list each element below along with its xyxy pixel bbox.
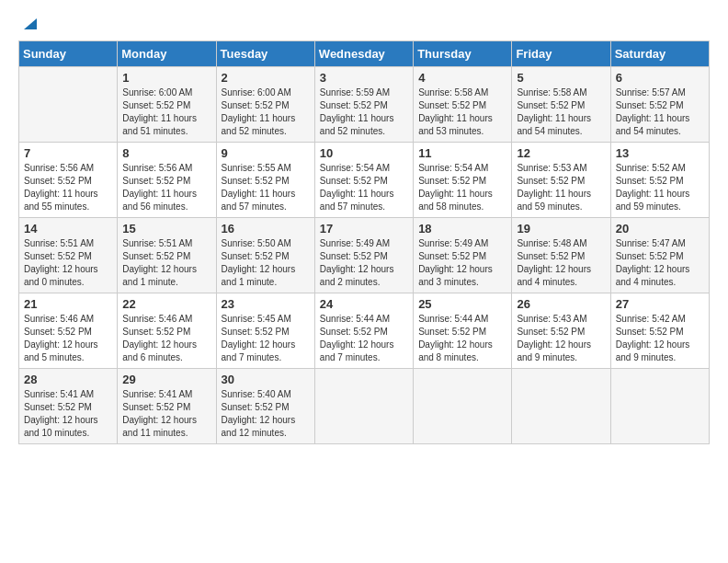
day-number: 24: [320, 297, 408, 311]
day-number: 28: [24, 373, 112, 386]
day-number: 30: [222, 373, 310, 386]
day-info: Sunrise: 5:41 AMSunset: 5:52 PMDaylight:…: [24, 388, 112, 440]
day-info: Sunrise: 5:52 AMSunset: 5:52 PMDaylight:…: [616, 162, 704, 213]
day-info: Sunrise: 6:00 AMSunset: 5:52 PMDaylight:…: [122, 86, 210, 138]
day-number: 27: [616, 297, 704, 311]
calendar-cell: 26Sunrise: 5:43 AMSunset: 5:52 PMDayligh…: [512, 293, 610, 369]
day-info: Sunrise: 5:49 AMSunset: 5:52 PMDaylight:…: [320, 237, 408, 289]
calendar-cell: 11Sunrise: 5:54 AMSunset: 5:52 PMDayligh…: [414, 143, 512, 218]
calendar-cell: 30Sunrise: 5:40 AMSunset: 5:52 PMDayligh…: [216, 369, 314, 444]
day-number: 21: [24, 297, 112, 311]
day-number: 20: [616, 222, 704, 236]
page-header: [18, 18, 710, 31]
calendar-body: 1Sunrise: 6:00 AMSunset: 5:52 PMDaylight…: [19, 67, 710, 444]
calendar-cell: 10Sunrise: 5:54 AMSunset: 5:52 PMDayligh…: [314, 143, 413, 218]
day-info: Sunrise: 5:43 AMSunset: 5:52 PMDaylight:…: [517, 313, 605, 364]
calendar-cell: 28Sunrise: 5:41 AMSunset: 5:52 PMDayligh…: [19, 369, 118, 444]
weekday-header-wednesday: Wednesday: [314, 41, 413, 67]
calendar-cell: 16Sunrise: 5:50 AMSunset: 5:52 PMDayligh…: [216, 218, 314, 293]
calendar-cell: 14Sunrise: 5:51 AMSunset: 5:52 PMDayligh…: [19, 218, 118, 293]
day-info: Sunrise: 5:58 AMSunset: 5:52 PMDaylight:…: [517, 86, 605, 138]
day-info: Sunrise: 5:46 AMSunset: 5:52 PMDaylight:…: [122, 313, 210, 364]
day-number: 8: [122, 146, 210, 160]
day-info: Sunrise: 5:44 AMSunset: 5:52 PMDaylight:…: [320, 313, 408, 364]
day-info: Sunrise: 5:56 AMSunset: 5:52 PMDaylight:…: [24, 162, 112, 213]
day-info: Sunrise: 5:59 AMSunset: 5:52 PMDaylight:…: [320, 86, 408, 138]
day-info: Sunrise: 6:00 AMSunset: 5:52 PMDaylight:…: [222, 86, 310, 138]
day-info: Sunrise: 5:42 AMSunset: 5:52 PMDaylight:…: [616, 313, 704, 364]
calendar-cell: 2Sunrise: 6:00 AMSunset: 5:52 PMDaylight…: [216, 67, 314, 143]
calendar-cell: 15Sunrise: 5:51 AMSunset: 5:52 PMDayligh…: [118, 218, 216, 293]
calendar-cell: 21Sunrise: 5:46 AMSunset: 5:52 PMDayligh…: [19, 293, 118, 369]
weekday-header-thursday: Thursday: [414, 41, 512, 67]
day-info: Sunrise: 5:47 AMSunset: 5:52 PMDaylight:…: [616, 237, 704, 289]
day-info: Sunrise: 5:41 AMSunset: 5:52 PMDaylight:…: [122, 388, 210, 440]
calendar-cell: 20Sunrise: 5:47 AMSunset: 5:52 PMDayligh…: [610, 218, 709, 293]
day-number: 7: [24, 146, 112, 160]
calendar-cell: 12Sunrise: 5:53 AMSunset: 5:52 PMDayligh…: [512, 143, 610, 218]
day-info: Sunrise: 5:40 AMSunset: 5:52 PMDaylight:…: [222, 388, 310, 440]
calendar-cell: 9Sunrise: 5:55 AMSunset: 5:52 PMDaylight…: [216, 143, 314, 218]
weekday-header-saturday: Saturday: [610, 41, 709, 67]
calendar-cell: 13Sunrise: 5:52 AMSunset: 5:52 PMDayligh…: [610, 143, 709, 218]
day-info: Sunrise: 5:55 AMSunset: 5:52 PMDaylight:…: [222, 162, 310, 213]
day-info: Sunrise: 5:51 AMSunset: 5:52 PMDaylight:…: [24, 237, 112, 289]
day-number: 17: [320, 222, 408, 236]
day-info: Sunrise: 5:44 AMSunset: 5:52 PMDaylight:…: [418, 313, 506, 364]
weekday-header-sunday: Sunday: [19, 41, 118, 67]
calendar-cell: 6Sunrise: 5:57 AMSunset: 5:52 PMDaylight…: [610, 67, 709, 143]
day-info: Sunrise: 5:51 AMSunset: 5:52 PMDaylight:…: [122, 237, 210, 289]
day-number: 12: [517, 146, 605, 160]
day-number: 13: [616, 146, 704, 160]
day-number: 3: [320, 71, 408, 85]
calendar-cell: 3Sunrise: 5:59 AMSunset: 5:52 PMDaylight…: [314, 67, 413, 143]
day-number: 23: [222, 297, 310, 311]
calendar-cell: 27Sunrise: 5:42 AMSunset: 5:52 PMDayligh…: [610, 293, 709, 369]
day-number: 22: [122, 297, 210, 311]
day-info: Sunrise: 5:53 AMSunset: 5:52 PMDaylight:…: [517, 162, 605, 213]
calendar-cell: 25Sunrise: 5:44 AMSunset: 5:52 PMDayligh…: [414, 293, 512, 369]
calendar-cell: [414, 369, 512, 444]
day-number: 19: [517, 222, 605, 236]
calendar-cell: 19Sunrise: 5:48 AMSunset: 5:52 PMDayligh…: [512, 218, 610, 293]
weekday-header-row: SundayMondayTuesdayWednesdayThursdayFrid…: [19, 41, 710, 67]
day-number: 11: [418, 146, 506, 160]
calendar-cell: [314, 369, 413, 444]
calendar-cell: [19, 67, 118, 143]
day-number: 16: [222, 222, 310, 236]
calendar-header: SundayMondayTuesdayWednesdayThursdayFrid…: [19, 41, 710, 67]
logo-triangle-icon: [20, 15, 37, 31]
day-number: 2: [222, 71, 310, 85]
calendar-cell: 24Sunrise: 5:44 AMSunset: 5:52 PMDayligh…: [314, 293, 413, 369]
weekday-header-monday: Monday: [118, 41, 216, 67]
calendar-cell: 29Sunrise: 5:41 AMSunset: 5:52 PMDayligh…: [118, 369, 216, 444]
weekday-header-tuesday: Tuesday: [216, 41, 314, 67]
day-number: 18: [418, 222, 506, 236]
day-number: 29: [122, 373, 210, 386]
calendar-cell: 18Sunrise: 5:49 AMSunset: 5:52 PMDayligh…: [414, 218, 512, 293]
day-number: 9: [222, 146, 310, 160]
calendar-cell: 7Sunrise: 5:56 AMSunset: 5:52 PMDaylight…: [19, 143, 118, 218]
day-info: Sunrise: 5:49 AMSunset: 5:52 PMDaylight:…: [418, 237, 506, 289]
day-info: Sunrise: 5:54 AMSunset: 5:52 PMDaylight:…: [418, 162, 506, 213]
calendar-cell: 23Sunrise: 5:45 AMSunset: 5:52 PMDayligh…: [216, 293, 314, 369]
day-number: 5: [517, 71, 605, 85]
calendar-week-row: 7Sunrise: 5:56 AMSunset: 5:52 PMDaylight…: [19, 143, 710, 218]
svg-marker-0: [24, 18, 37, 29]
day-number: 10: [320, 146, 408, 160]
calendar-week-row: 21Sunrise: 5:46 AMSunset: 5:52 PMDayligh…: [19, 293, 710, 369]
calendar-cell: [512, 369, 610, 444]
day-number: 15: [122, 222, 210, 236]
calendar-table: SundayMondayTuesdayWednesdayThursdayFrid…: [18, 40, 710, 444]
logo: [18, 18, 37, 31]
weekday-header-friday: Friday: [512, 41, 610, 67]
calendar-week-row: 28Sunrise: 5:41 AMSunset: 5:52 PMDayligh…: [19, 369, 710, 444]
day-info: Sunrise: 5:57 AMSunset: 5:52 PMDaylight:…: [616, 86, 704, 138]
day-number: 25: [418, 297, 506, 311]
day-info: Sunrise: 5:48 AMSunset: 5:52 PMDaylight:…: [517, 237, 605, 289]
day-info: Sunrise: 5:46 AMSunset: 5:52 PMDaylight:…: [24, 313, 112, 364]
calendar-week-row: 1Sunrise: 6:00 AMSunset: 5:52 PMDaylight…: [19, 67, 710, 143]
day-info: Sunrise: 5:58 AMSunset: 5:52 PMDaylight:…: [418, 86, 506, 138]
day-number: 1: [122, 71, 210, 85]
day-number: 14: [24, 222, 112, 236]
